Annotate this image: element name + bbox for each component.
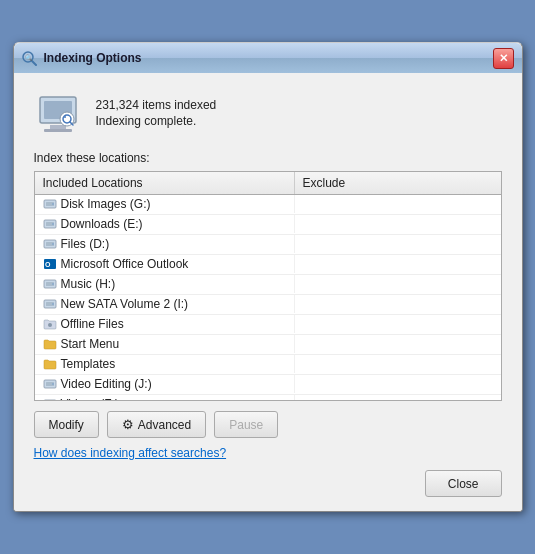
advanced-icon: ⚙: [122, 417, 134, 432]
exclude-cell: [295, 395, 501, 400]
bottom-row: Close: [34, 470, 502, 499]
location-name: Offline Files: [61, 317, 124, 331]
exclude-cell: [295, 335, 501, 340]
title-bar-left: 🔍 Indexing Options: [22, 50, 142, 66]
exclude-cell: [295, 255, 501, 260]
modify-label: Modify: [49, 418, 84, 432]
drive-icon: [43, 377, 57, 391]
status-area: 231,324 items indexed Indexing complete.: [34, 89, 502, 137]
location-name: New SATA Volume 2 (I:): [61, 297, 189, 311]
svg-point-27: [52, 303, 54, 305]
window-icon: 🔍: [22, 50, 38, 66]
drive-icon: [43, 297, 57, 311]
advanced-button[interactable]: ⚙ Advanced: [107, 411, 206, 438]
table-row: Offline Files: [35, 315, 501, 335]
location-cell: Videos (F:): [35, 395, 295, 401]
location-name: Files (D:): [61, 237, 110, 251]
table-row: Files (D:): [35, 235, 501, 255]
drive-icon: [43, 217, 57, 231]
location-cell: Video Editing (J:): [35, 375, 295, 393]
title-bar: 🔍 Indexing Options ✕: [14, 43, 522, 73]
exclude-cell: [295, 355, 501, 360]
folder-icon: [43, 337, 57, 351]
svg-text:🔍: 🔍: [25, 54, 33, 62]
status-text: 231,324 items indexed Indexing complete.: [96, 98, 217, 128]
table-row: OMicrosoft Office Outlook: [35, 255, 501, 275]
location-name: Music (H:): [61, 277, 116, 291]
outlook-icon: O: [43, 257, 57, 271]
location-name: Video Editing (J:): [61, 377, 152, 391]
exclude-cell: [295, 315, 501, 320]
items-indexed-count: 231,324 items indexed: [96, 98, 217, 112]
table-row: Video Editing (J:): [35, 375, 501, 395]
drive-icon: [43, 397, 57, 401]
location-cell: Offline Files: [35, 315, 295, 333]
location-name: Downloads (E:): [61, 217, 143, 231]
table-row: Videos (F:): [35, 395, 501, 401]
svg-rect-6: [44, 129, 72, 132]
svg-point-16: [52, 223, 54, 225]
location-name: Disk Images (G:): [61, 197, 151, 211]
svg-line-1: [32, 61, 36, 65]
location-name: Templates: [61, 357, 116, 371]
location-cell: New SATA Volume 2 (I:): [35, 295, 295, 313]
svg-text:O: O: [45, 261, 51, 268]
index-icon: [34, 89, 82, 137]
svg-point-31: [52, 383, 54, 385]
indexing-help-link[interactable]: How does indexing affect searches?: [34, 446, 227, 460]
svg-point-19: [52, 243, 54, 245]
link-area: How does indexing affect searches?: [34, 446, 502, 460]
location-cell: Templates: [35, 355, 295, 373]
drive-icon: [43, 197, 57, 211]
table-row: Templates: [35, 355, 501, 375]
indexing-options-window: 🔍 Indexing Options ✕ 231,324 it: [13, 42, 523, 512]
location-cell: Start Menu: [35, 335, 295, 353]
svg-point-10: [64, 116, 66, 118]
location-cell: Downloads (E:): [35, 215, 295, 233]
indexing-status: Indexing complete.: [96, 114, 217, 128]
table-row: New SATA Volume 2 (I:): [35, 295, 501, 315]
svg-rect-32: [44, 400, 56, 401]
location-name: Microsoft Office Outlook: [61, 257, 189, 271]
location-cell: Disk Images (G:): [35, 195, 295, 213]
exclude-cell: [295, 375, 501, 380]
location-name: Videos (F:): [61, 397, 119, 401]
location-cell: Music (H:): [35, 275, 295, 293]
table-row: Downloads (E:): [35, 215, 501, 235]
drive-icon: [43, 237, 57, 251]
folder-icon: [43, 357, 57, 371]
table-row: Start Menu: [35, 335, 501, 355]
pause-button[interactable]: Pause: [214, 411, 278, 438]
drive-icon: [43, 277, 57, 291]
table-body: Disk Images (G:) Downloads (E:) Files (D…: [35, 195, 501, 401]
location-cell: Files (D:): [35, 235, 295, 253]
col-exclude: Exclude: [295, 172, 501, 194]
location-name: Start Menu: [61, 337, 120, 351]
window-title: Indexing Options: [44, 51, 142, 65]
exclude-cell: [295, 275, 501, 280]
close-dialog-button[interactable]: Close: [425, 470, 502, 497]
svg-point-28: [48, 323, 52, 327]
svg-point-24: [52, 283, 54, 285]
location-cell: OMicrosoft Office Outlook: [35, 255, 295, 273]
locations-table: Included Locations Exclude Disk Images (…: [34, 171, 502, 401]
exclude-cell: [295, 295, 501, 300]
index-locations-label: Index these locations:: [34, 151, 502, 165]
modify-button[interactable]: Modify: [34, 411, 99, 438]
action-buttons-row: Modify ⚙ Advanced Pause: [34, 411, 502, 438]
special-icon: [43, 317, 57, 331]
table-row: Music (H:): [35, 275, 501, 295]
exclude-cell: [295, 215, 501, 220]
table-header: Included Locations Exclude: [35, 172, 501, 195]
advanced-label: Advanced: [138, 418, 191, 432]
content-area: 231,324 items indexed Indexing complete.…: [14, 73, 522, 511]
close-button[interactable]: ✕: [493, 48, 514, 69]
col-included: Included Locations: [35, 172, 295, 194]
pause-label: Pause: [229, 418, 263, 432]
table-row: Disk Images (G:): [35, 195, 501, 215]
svg-point-13: [52, 203, 54, 205]
exclude-cell: [295, 195, 501, 200]
exclude-cell: [295, 235, 501, 240]
